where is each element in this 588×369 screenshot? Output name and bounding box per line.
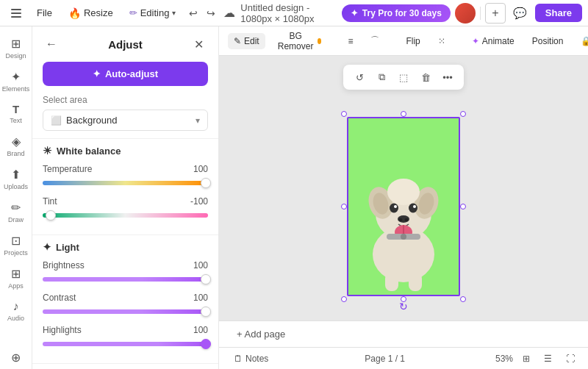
highlights-slider[interactable] (43, 338, 208, 350)
temperature-track (43, 181, 208, 185)
panel-back-button[interactable]: ← (43, 35, 60, 53)
list-view-button[interactable]: ☰ (539, 350, 557, 368)
position-label: Position (532, 36, 564, 46)
share-label: Share (545, 7, 572, 18)
try-pro-button[interactable]: ✦ Try Pro for 30 days (342, 4, 451, 22)
sidebar-item-uploads-label: Uploads (4, 183, 28, 190)
handle-bottom-left[interactable] (341, 296, 347, 302)
contrast-slider[interactable] (43, 306, 208, 318)
panel-close-button[interactable]: ✕ (190, 35, 208, 53)
resize-button[interactable]: 🔥 Resize (62, 4, 119, 22)
brightness-slider[interactable] (43, 273, 208, 285)
sidebar-item-brand-label: Brand (7, 150, 24, 157)
animate-button[interactable]: ✦ Animate (466, 33, 520, 49)
animate-label: Animate (482, 36, 514, 46)
add-page-bar: + Add page (219, 320, 588, 347)
file-menu-button[interactable]: File (31, 4, 58, 21)
handle-top-middle[interactable] (401, 111, 406, 117)
apps-icon: ⊞ (11, 267, 21, 281)
separator-style-button[interactable]: ≡ (342, 33, 359, 49)
sidebar-item-elements-label: Elements (2, 85, 30, 93)
audio-icon: ♪ (13, 300, 19, 313)
sidebar-item-draw[interactable]: ✏ Draw (1, 196, 31, 228)
tint-thumb[interactable] (46, 210, 56, 221)
contrast-thumb[interactable] (201, 307, 211, 317)
elements-icon: ✦ (11, 70, 21, 84)
share-button[interactable]: Share (535, 4, 582, 22)
lock-button[interactable]: 🔒 (575, 33, 588, 49)
copy-canvas-button[interactable]: ⧉ (373, 68, 390, 86)
page-info: Page 1 / 1 (365, 354, 405, 364)
delete-canvas-button[interactable]: 🗑 (417, 68, 434, 86)
select-area-value: Background (66, 115, 117, 126)
flip-label: Flip (406, 36, 420, 46)
sidebar-item-draw-label: Draw (8, 216, 24, 223)
sidebar-item-more[interactable]: ⊕ (1, 346, 31, 369)
auto-adjust-button[interactable]: ✦ Auto-adjust (43, 62, 208, 86)
sidebar-item-text[interactable]: T Text (1, 98, 31, 129)
select-area-dropdown[interactable]: ⬜ Background ▾ (43, 110, 208, 131)
image-selection[interactable] (347, 117, 460, 296)
tint-slider[interactable] (43, 209, 208, 221)
contrast-track (43, 309, 208, 314)
resize-label: Resize (84, 7, 113, 18)
position-button[interactable]: Position (526, 33, 570, 49)
sidebar-item-apps[interactable]: ⊞ Apps (1, 262, 31, 294)
more-canvas-button[interactable]: ••• (439, 68, 456, 86)
add-page-button[interactable]: + Add page (228, 326, 294, 343)
bg-remover-dot (318, 38, 322, 44)
svg-point-12 (399, 218, 403, 221)
handle-top-right[interactable] (460, 111, 466, 117)
svg-point-9 (394, 205, 397, 208)
adjust-panel: ← Adjust ✕ ✦ Auto-adjust Select area ⬜ B… (32, 26, 219, 369)
sun-icon: ☀ (43, 145, 52, 157)
projects-icon: ⊡ (11, 234, 21, 248)
hamburger-menu-button[interactable] (6, 3, 26, 24)
temperature-slider[interactable] (43, 177, 208, 189)
highlights-label: Highlights (43, 325, 82, 335)
rotate-handle[interactable]: ↻ (396, 299, 411, 314)
handle-bottom-right[interactable] (460, 296, 466, 302)
sidebar-item-uploads[interactable]: ⬆ Uploads (1, 163, 31, 195)
flip-button[interactable]: Flip (400, 33, 426, 49)
handle-top-left[interactable] (341, 111, 347, 117)
highlights-thumb[interactable] (201, 339, 211, 349)
canvas-content[interactable]: ↺ ⧉ ⬚ 🗑 ••• (219, 56, 588, 320)
sidebar-item-text-label: Text (10, 117, 22, 124)
light-icon: ✦ (43, 241, 51, 253)
dog-svg (348, 118, 459, 295)
add-collaborator-button[interactable]: + (485, 3, 506, 24)
brightness-thumb[interactable] (201, 274, 211, 284)
comment-button[interactable]: 💬 (510, 3, 531, 24)
edit-label: Edit (244, 36, 259, 46)
temperature-thumb[interactable] (201, 178, 211, 188)
handle-middle-right[interactable] (460, 204, 466, 209)
handle-middle-left[interactable] (341, 204, 347, 209)
sidebar-item-elements[interactable]: ✦ Elements (1, 65, 31, 97)
bg-remover-button[interactable]: BG Remover (271, 28, 328, 54)
highlights-slider-row: Highlights 100 (43, 325, 208, 350)
corner-style-button[interactable]: ⌒ (365, 32, 385, 50)
sidebar-item-brand[interactable]: ◈ Brand (1, 130, 31, 162)
avatar[interactable] (455, 3, 476, 24)
undo-canvas-button[interactable]: ↺ (351, 68, 368, 86)
sidebar-item-projects[interactable]: ⊡ Projects (1, 229, 31, 261)
notes-button[interactable]: 🗒 Notes (228, 351, 274, 366)
edit-button[interactable]: ✎ Edit (228, 33, 265, 49)
fire-icon: 🔥 (68, 7, 81, 19)
sidebar-item-audio[interactable]: ♪ Audio (1, 295, 31, 326)
fullscreen-button[interactable]: ⛶ (562, 350, 579, 368)
redo-button[interactable]: ↪ (204, 3, 218, 24)
cloud-save-button[interactable]: ☁ (223, 3, 237, 24)
editing-button[interactable]: ✏ Editing ▾ (123, 4, 182, 21)
sidebar-item-design[interactable]: ⊞ Design (1, 32, 31, 64)
undo-button[interactable]: ↩ (186, 3, 200, 24)
sidebar-item-audio-label: Audio (7, 315, 24, 322)
grid-view-button[interactable]: ⊞ (517, 350, 535, 368)
duplicate-canvas-button[interactable]: ⬚ (395, 68, 412, 86)
effects-button[interactable]: ⁙ (432, 33, 451, 49)
svg-point-10 (413, 205, 416, 208)
editing-label: Editing (140, 7, 170, 18)
corner-icon: ⌒ (370, 35, 379, 47)
panel-header: ← Adjust ✕ (32, 26, 218, 59)
